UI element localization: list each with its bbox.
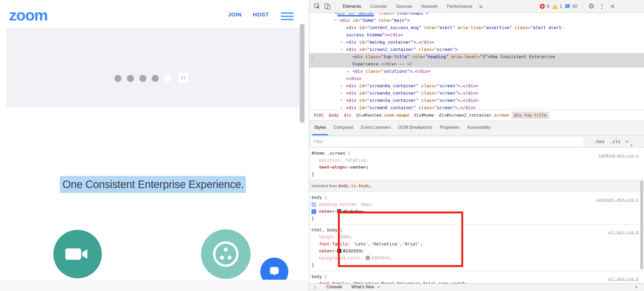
css-rule: body {all.min.css:5font-family: "Helveti…: [309, 271, 644, 283]
drawer-close-icon[interactable]: ×: [635, 285, 638, 290]
css-declaration[interactable]: background-color: #39394d;: [309, 255, 644, 262]
breadcrumb-item[interactable]: div#screen2_container.screen: [436, 112, 511, 119]
drawer-tab-what-s-new[interactable]: What's New×: [351, 285, 380, 289]
error-icon: [539, 4, 545, 9]
css-declaration[interactable]: padding-bottom: 40px;✓: [309, 201, 644, 208]
kebab-menu-icon[interactable]: ⋮: [597, 3, 606, 10]
expand-arrow-icon[interactable]: ▸: [341, 104, 342, 110]
breadcrumb-item[interactable]: div.top-title: [512, 112, 549, 119]
styles-tab-styles[interactable]: Styles: [310, 121, 330, 135]
devtools-tab-console[interactable]: Console: [366, 0, 392, 13]
warning-badge[interactable]: 1: [552, 4, 562, 9]
devtools-tab-performance[interactable]: Performance: [442, 0, 477, 13]
declaration-checkbox[interactable]: ✓: [311, 202, 316, 207]
join-link[interactable]: JOIN: [228, 11, 242, 18]
collapse-arrow-icon[interactable]: ▾: [341, 46, 342, 53]
style-toggle-hov[interactable]: :hov: [594, 139, 605, 144]
css-declaration[interactable]: height: 100%;: [309, 234, 644, 241]
styles-tab-event-listeners[interactable]: Event Listeners: [357, 121, 394, 135]
devtools-tab-elements[interactable]: Elements: [338, 0, 366, 13]
css-closing-brace: }: [309, 262, 644, 269]
devtools-tab-network[interactable]: Network: [417, 0, 442, 13]
drawer-menu-icon[interactable]: ⋮: [313, 285, 317, 290]
dom-tree-row[interactable]: <div id="screen5a_container" class="scre…: [309, 97, 644, 104]
carousel-dot[interactable]: [115, 75, 122, 82]
css-declaration[interactable]: color: #232333;: [309, 248, 644, 255]
devtools-tab-sources[interactable]: Sources: [391, 0, 417, 13]
drawer-tab-close-icon[interactable]: ×: [378, 285, 380, 289]
breadcrumb-item[interactable]: div: [341, 112, 354, 119]
breadcrumb-item[interactable]: div#home: [411, 112, 437, 119]
devtools-panel: ElementsConsoleSourcesNetworkPerformance…: [309, 0, 644, 291]
color-swatch[interactable]: [337, 209, 341, 213]
dom-tree-row[interactable]: <div id="content_success_msg" role="aler…: [309, 24, 644, 39]
css-closing-brace: }: [309, 215, 644, 222]
styles-tab-accessibility[interactable]: Accessibility: [463, 121, 494, 135]
dom-tree-row[interactable]: <div class="top-title" role="heading" ar…: [309, 53, 644, 68]
styles-filter-input[interactable]: [311, 137, 583, 146]
styles-tab-computed[interactable]: Computed: [330, 121, 357, 135]
styles-scrollbar-thumb[interactable]: [640, 181, 643, 269]
devtools-close-icon[interactable]: ✕: [609, 3, 616, 10]
carousel-dot[interactable]: [164, 75, 171, 82]
page-scrollbar-thumb[interactable]: [300, 24, 304, 123]
expand-corner-icon: [630, 144, 632, 146]
dom-tree-row[interactable]: <div id="screen6a_container" class="scre…: [309, 82, 644, 89]
carousel-dot[interactable]: [127, 75, 134, 82]
style-toggle-cls[interactable]: .cls: [610, 139, 621, 144]
inspected-element-highlight: One Consistent Enterprise Experience.: [60, 176, 246, 193]
drawer-tab-console[interactable]: Console: [326, 285, 342, 289]
css-declaration[interactable]: text-align: center;: [309, 164, 644, 171]
dom-tree-row[interactable]: <div id="nested" class="zoom-newpd">▾: [309, 13, 644, 17]
dom-tree-row[interactable]: <div id="screen4a_container" class="scre…: [309, 89, 644, 97]
row-options-ellipsis[interactable]: …: [311, 53, 314, 60]
dom-tree-row[interactable]: </div>: [309, 75, 644, 82]
audio-feature-circle: [201, 229, 251, 279]
color-swatch[interactable]: [366, 256, 370, 260]
device-toolbar-icon[interactable]: [324, 3, 331, 10]
style-toggle-[interactable]: +: [626, 139, 628, 144]
css-declaration[interactable]: font-family: 'Lato','Helvetica','Arial';: [309, 241, 644, 248]
zoom-logo[interactable]: zoom: [9, 6, 47, 24]
css-declaration[interactable]: font-family: "Helvetica Neue",Helvetica,…: [309, 280, 644, 283]
carousel-pause-button[interactable]: [178, 72, 188, 83]
dom-tree-row[interactable]: <div class="solutions">…</div>▸: [309, 68, 644, 75]
dom-tree-row[interactable]: <div id="screen6_container" class="scree…: [309, 104, 644, 110]
expand-arrow-icon[interactable]: ▸: [341, 82, 342, 89]
expand-arrow-icon[interactable]: ▸: [341, 39, 342, 46]
collapse-arrow-icon[interactable]: ▾: [329, 13, 331, 17]
elements-dom-tree: <div id="nested" class="zoom-newpd">▾<di…: [309, 13, 644, 110]
settings-gear-icon[interactable]: ⚙: [588, 2, 594, 11]
css-selector: body {carousel.min.css:1: [309, 194, 644, 201]
hamburger-menu-icon[interactable]: [281, 12, 294, 22]
devtools-toolbar: ElementsConsoleSourcesNetworkPerformance…: [309, 0, 644, 13]
more-tabs-icon[interactable]: »: [477, 3, 485, 10]
messages-badge[interactable]: 30: [565, 4, 577, 9]
expand-arrow-icon[interactable]: ▸: [341, 89, 342, 97]
inspect-element-icon[interactable]: [314, 3, 321, 10]
color-swatch[interactable]: [337, 249, 341, 253]
carousel-dot[interactable]: [139, 75, 146, 82]
host-link[interactable]: HOST: [253, 11, 269, 18]
css-declaration[interactable]: color: #5a5a5a;✓: [309, 208, 644, 215]
styles-tab-dom-breakpoints[interactable]: DOM Breakpoints: [394, 121, 436, 135]
error-badge[interactable]: 9: [539, 4, 549, 9]
warning-icon: [552, 4, 558, 9]
dom-tree-row[interactable]: <div id="home" role="main">▾: [309, 17, 644, 24]
dom-tree-row[interactable]: <div id="screen2_container" class="scree…: [309, 46, 644, 53]
breadcrumb-item[interactable]: html: [311, 112, 326, 119]
styles-filter-bar: :hov.cls+: [309, 136, 644, 148]
styles-pane: #home .screen {landing.min.css:1position…: [309, 148, 644, 283]
declaration-checkbox[interactable]: ✓: [311, 209, 316, 214]
carousel-dot[interactable]: [152, 75, 159, 82]
expand-arrow-icon[interactable]: ▸: [341, 97, 342, 104]
zoom-page: zoom JOIN HOST One Consistent Enterprise…: [0, 0, 309, 291]
breadcrumb-item[interactable]: div#nested.zoom-newpd: [354, 112, 411, 119]
chat-bubble-icon: [268, 265, 281, 278]
expand-arrow-icon[interactable]: ▸: [347, 68, 349, 75]
styles-tab-properties[interactable]: Properties: [436, 121, 463, 135]
dom-tree-row[interactable]: <div id="mainbg_container">…</div>▸: [309, 39, 644, 46]
collapse-arrow-icon[interactable]: ▾: [334, 17, 336, 24]
css-declaration[interactable]: position: relative;: [309, 157, 644, 164]
breadcrumb-item[interactable]: body: [326, 112, 341, 119]
